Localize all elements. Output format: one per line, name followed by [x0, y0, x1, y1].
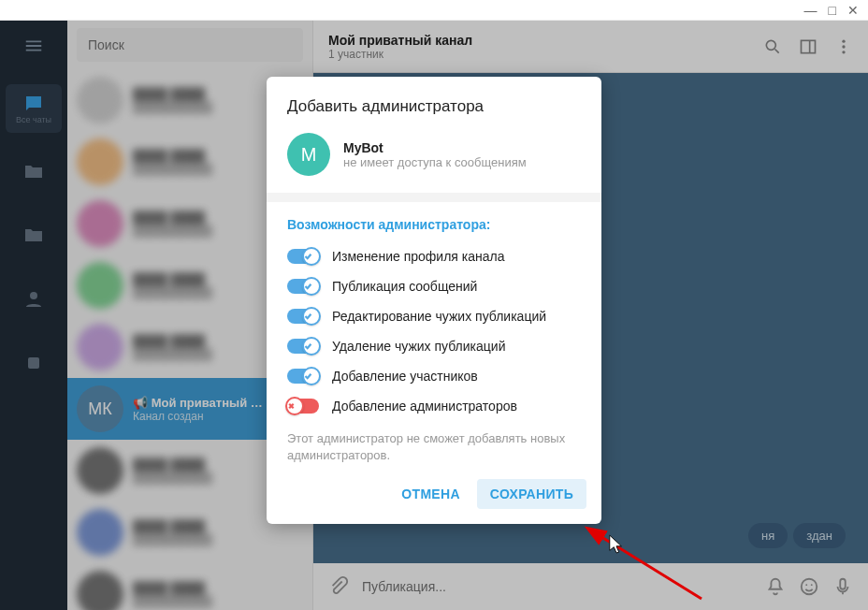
perms-section-title: Возможности администратора: — [267, 202, 601, 241]
perm-row: Редактирование чужих публикаций — [267, 301, 601, 331]
dialog-user-row[interactable]: M MyBot не имеет доступа к сообщениям — [267, 125, 601, 193]
user-name: MyBot — [343, 140, 527, 155]
perms-note: Этот администратор не сможет добавлять н… — [267, 421, 601, 470]
perm-toggle[interactable] — [287, 309, 319, 324]
perm-toggle[interactable] — [287, 339, 319, 354]
perm-label: Добавление администраторов — [332, 399, 517, 414]
perm-row: Добавление участников — [267, 361, 601, 391]
add-admin-dialog: Добавить администратора M MyBot не имеет… — [267, 77, 601, 524]
window-titlebar: — □ ✕ — [0, 0, 868, 21]
perm-toggle[interactable] — [287, 399, 319, 414]
perm-row: Изменение профиля канала — [267, 241, 601, 271]
save-button[interactable]: СОХРАНИТЬ — [477, 479, 586, 509]
perm-row: Добавление администраторов — [267, 391, 601, 421]
window-maximize-icon[interactable]: □ — [829, 3, 836, 18]
perm-row: Публикация сообщений — [267, 271, 601, 301]
perm-label: Изменение профиля канала — [332, 249, 504, 264]
window-minimize-icon[interactable]: — — [804, 3, 817, 18]
window-close-icon[interactable]: ✕ — [847, 3, 859, 18]
perm-toggle[interactable] — [287, 249, 319, 264]
perm-label: Редактирование чужих публикаций — [332, 309, 546, 324]
perm-label: Добавление участников — [332, 369, 478, 384]
perm-row: Удаление чужих публикаций — [267, 331, 601, 361]
user-status: не имеет доступа к сообщениям — [343, 155, 527, 169]
cancel-button[interactable]: ОТМЕНА — [388, 479, 472, 509]
perm-toggle[interactable] — [287, 369, 319, 384]
perm-toggle[interactable] — [287, 279, 319, 294]
modal-overlay[interactable]: Добавить администратора M MyBot не имеет… — [0, 21, 868, 610]
user-avatar: M — [287, 133, 330, 176]
dialog-title: Добавить администратора — [267, 77, 601, 125]
perm-label: Удаление чужих публикаций — [332, 339, 505, 354]
perm-label: Публикация сообщений — [332, 279, 477, 294]
